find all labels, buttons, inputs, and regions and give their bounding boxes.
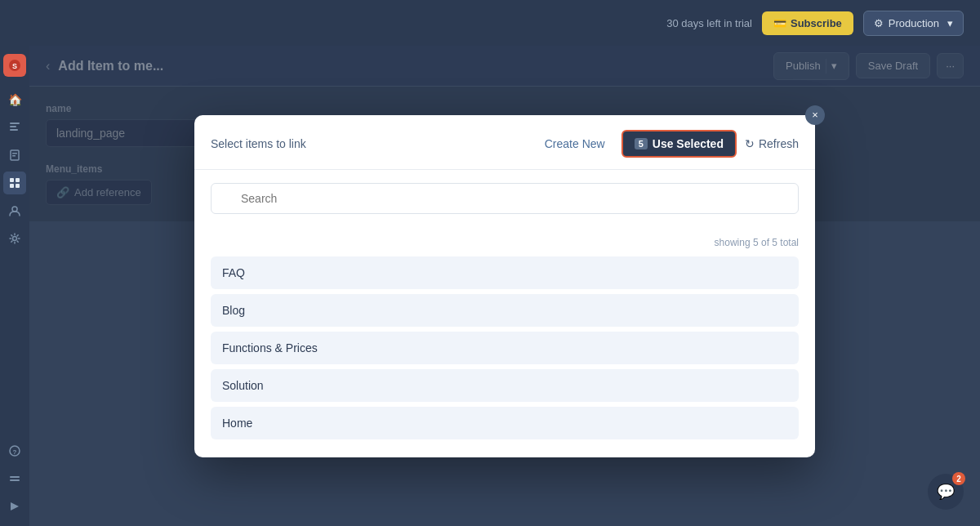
topbar: 30 days left in trial 💳 Subscribe ⚙ Prod… — [0, 0, 980, 46]
svg-rect-4 — [10, 129, 18, 131]
search-wrapper: 🔍 — [211, 183, 799, 225]
trial-text: 30 days left in trial — [666, 17, 752, 29]
svg-point-12 — [12, 207, 17, 212]
modal-body: 🔍 showing 5 of 5 total FAQBlogFunctions … — [194, 170, 815, 457]
sidebar-item-content[interactable] — [3, 116, 26, 139]
content-area: ‹ Add Item to me... Publish ▾ Save Draft… — [29, 46, 980, 526]
svg-rect-2 — [10, 123, 20, 124]
close-button[interactable]: × — [805, 105, 825, 125]
refresh-label: Refresh — [759, 137, 799, 150]
list-item[interactable]: Home — [211, 407, 799, 439]
list-item[interactable]: Blog — [211, 294, 799, 327]
modal: × Select items to link Create New 5 Use … — [194, 115, 815, 457]
svg-rect-9 — [16, 178, 20, 182]
chat-button[interactable]: 💬 2 — [928, 474, 964, 510]
modal-title: Select items to link — [211, 137, 306, 150]
svg-text:?: ? — [13, 448, 17, 456]
subscribe-icon: 💳 — [773, 17, 786, 29]
sidebar: S 🏠 ? — [0, 46, 29, 526]
sidebar-item-settings[interactable] — [3, 227, 26, 250]
chat-icon: 💬 — [937, 483, 955, 501]
svg-rect-8 — [10, 178, 14, 182]
subscribe-label: Subscribe — [791, 17, 842, 29]
production-label: Production — [889, 17, 939, 29]
showing-count: showing 5 of 5 total — [211, 237, 799, 248]
list-item[interactable]: Solution — [211, 369, 799, 402]
use-selected-label: Use Selected — [653, 137, 724, 150]
sidebar-item-help[interactable]: ? — [3, 439, 26, 462]
modal-header: Select items to link Create New 5 Use Se… — [194, 115, 815, 170]
svg-point-13 — [13, 237, 17, 241]
svg-rect-10 — [10, 184, 14, 188]
items-list: FAQBlogFunctions & PricesSolutionHome — [211, 256, 799, 439]
chevron-down-icon: ▾ — [947, 17, 953, 29]
main-layout: S 🏠 ? ‹ Add Item to me. — [0, 46, 980, 526]
create-new-button[interactable]: Create New — [537, 132, 613, 155]
svg-rect-7 — [12, 155, 16, 157]
production-button[interactable]: ⚙ Production ▾ — [863, 11, 964, 36]
modal-header-actions: Create New 5 Use Selected ↻ Refresh — [537, 130, 799, 158]
refresh-icon: ↻ — [745, 137, 755, 150]
refresh-button[interactable]: ↻ Refresh — [745, 137, 799, 150]
modal-overlay: × Select items to link Create New 5 Use … — [29, 46, 980, 526]
svg-rect-17 — [10, 479, 20, 481]
sidebar-item-pages[interactable] — [3, 144, 26, 167]
subscribe-button[interactable]: 💳 Subscribe — [762, 11, 853, 35]
search-input[interactable] — [211, 183, 799, 214]
svg-rect-11 — [16, 184, 20, 188]
svg-rect-3 — [10, 126, 16, 127]
svg-marker-18 — [11, 502, 19, 510]
svg-rect-16 — [10, 476, 20, 478]
use-selected-button[interactable]: 5 Use Selected — [621, 130, 737, 158]
sidebar-item-grid[interactable] — [3, 172, 26, 194]
chat-badge: 2 — [952, 472, 965, 485]
logo: S — [3, 54, 26, 77]
list-item[interactable]: FAQ — [211, 256, 799, 289]
sidebar-item-home[interactable]: 🏠 — [3, 88, 26, 111]
sidebar-item-users[interactable] — [3, 199, 26, 222]
svg-text:S: S — [12, 62, 17, 70]
list-item[interactable]: Functions & Prices — [211, 332, 799, 364]
svg-rect-6 — [12, 153, 17, 154]
production-icon: ⚙ — [874, 17, 884, 29]
sidebar-item-layers[interactable] — [3, 467, 26, 490]
sidebar-item-media[interactable] — [3, 495, 26, 518]
use-selected-badge: 5 — [635, 138, 648, 149]
